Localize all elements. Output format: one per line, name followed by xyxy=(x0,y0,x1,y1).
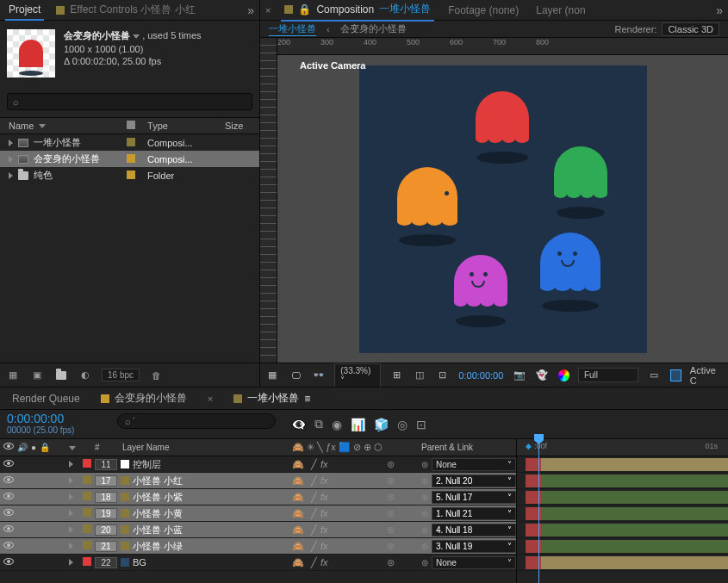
layer-track[interactable] xyxy=(517,522,728,538)
project-item[interactable]: 会变身的小怪兽 Composi... xyxy=(0,151,259,167)
pickwhip-icon[interactable]: ⊚ xyxy=(421,509,428,518)
layer-name[interactable]: 小怪兽 小黄 xyxy=(133,507,183,520)
ghost-orange[interactable] xyxy=(397,167,457,226)
resolution-select[interactable]: Full xyxy=(578,368,638,382)
layer-row[interactable]: 20 小怪兽 小蓝 🙈 ╱ fx ⊚ ⊚4. Null 18˅ xyxy=(0,522,516,538)
renderer-select[interactable]: Classic 3D xyxy=(662,22,719,36)
spiral-icon[interactable]: ⊚ xyxy=(387,475,395,486)
twirl-icon[interactable] xyxy=(69,526,73,533)
new-comp-icon[interactable]: ▣ xyxy=(29,368,45,383)
project-list[interactable]: 一堆小怪兽 Composi... 会变身的小怪兽 Composi... 纯色 F… xyxy=(0,134,259,363)
layer-row[interactable]: 11 控制层 🙈 ╱ fx ⊚ ⊚None˅ xyxy=(0,456,516,473)
parent-select[interactable]: 5. Null 17˅ xyxy=(432,491,516,504)
effect-controls-tab[interactable]: Effect Controls 小怪兽 小红 xyxy=(53,0,198,21)
composition-tab[interactable]: 🔒 Composition 一堆小怪兽 xyxy=(281,0,434,22)
always-preview-icon[interactable]: ▦ xyxy=(265,368,280,383)
layer-track[interactable] xyxy=(517,473,728,489)
project-item[interactable]: 一堆小怪兽 Composi... xyxy=(0,134,259,151)
mask-icon[interactable]: 👓 xyxy=(312,368,327,383)
roi-icon[interactable]: ◫ xyxy=(413,368,427,383)
fx-switch[interactable]: fx xyxy=(320,508,328,518)
spiral-icon[interactable]: ⊚ xyxy=(387,524,395,535)
project-tab[interactable]: Project xyxy=(5,0,44,21)
layer-track[interactable] xyxy=(517,489,728,505)
parent-select[interactable]: None˅ xyxy=(432,458,516,471)
parent-select[interactable]: 4. Null 18˅ xyxy=(432,524,516,536)
show-snapshot-icon[interactable]: 👻 xyxy=(535,368,550,383)
video-toggle[interactable] xyxy=(3,509,14,516)
spiral-icon[interactable]: ⊚ xyxy=(387,557,395,567)
layer-row[interactable]: 18 小怪兽 小紫 🙈 ╱ fx ⊚ ⊚5. Null 17˅ xyxy=(0,489,516,505)
timeline-tab-2[interactable]: 一堆小怪兽 ≡ xyxy=(233,391,310,406)
zoom-select[interactable]: (33.3%) ˅ xyxy=(334,363,381,388)
pickwhip-icon[interactable]: ⊚ xyxy=(421,542,428,551)
pickwhip-icon[interactable]: ⊚ xyxy=(421,493,428,502)
project-search[interactable]: ⌕ xyxy=(7,93,252,110)
draft3d-icon[interactable]: 🧊 xyxy=(374,418,389,431)
twirl-icon[interactable] xyxy=(69,510,73,517)
work-area-start-icon[interactable]: ◆ xyxy=(526,442,532,450)
ghost-green[interactable] xyxy=(554,146,607,198)
twirl-icon[interactable] xyxy=(9,156,13,163)
fx-switch[interactable]: fx xyxy=(320,492,328,502)
spiral-icon[interactable]: ⊚ xyxy=(387,508,395,518)
spiral-icon[interactable]: ⊚ xyxy=(387,541,395,551)
twirl-icon[interactable] xyxy=(69,493,73,500)
ao-icon[interactable]: ◎ xyxy=(397,418,408,431)
col-switches[interactable]: 🙈 ✳ ╲ ƒx 🟦 ⊘ ⊕ ⬡ xyxy=(292,442,387,453)
timeline-tab-1[interactable]: 会变身的小怪兽 xyxy=(101,391,187,406)
time-ruler[interactable]: ◆ :00f 01s xyxy=(517,439,728,456)
ruler-vertical[interactable] xyxy=(260,38,277,363)
lock-icon[interactable]: 🔒 xyxy=(298,3,311,16)
layer-tab[interactable]: Layer (non xyxy=(532,1,588,20)
playhead[interactable] xyxy=(538,439,539,583)
layer-name[interactable]: 小怪兽 小蓝 xyxy=(133,524,183,536)
layer-name[interactable]: 控制层 xyxy=(133,458,161,471)
av-columns[interactable]: 🔊 ● 🔒 xyxy=(0,443,69,452)
label-swatch[interactable] xyxy=(83,475,91,484)
shy-switch[interactable]: 🙈 xyxy=(292,492,304,503)
shy-switch[interactable]: 🙈 xyxy=(292,475,304,487)
layer-row[interactable]: 21 小怪兽 小绿 🙈 ╱ fx ⊚ ⊚3. Null 19˅ xyxy=(0,538,516,555)
twirl-icon[interactable] xyxy=(69,559,73,566)
view-select[interactable]: Active C xyxy=(690,365,723,386)
interpret-icon[interactable]: ▦ xyxy=(5,368,21,383)
label-swatch[interactable] xyxy=(83,459,91,468)
pickwhip-icon[interactable]: ⊚ xyxy=(421,558,428,567)
parent-select[interactable]: 1. Null 21˅ xyxy=(432,507,516,520)
resolution-icon[interactable]: ⊞ xyxy=(389,368,404,383)
panel-overflow-icon[interactable]: » xyxy=(716,3,723,17)
label-swatch[interactable] xyxy=(83,524,91,533)
layer-track[interactable] xyxy=(517,505,728,522)
label-col-icon[interactable] xyxy=(69,446,76,450)
footage-tab[interactable]: Footage (none) xyxy=(445,1,522,20)
twirl-icon[interactable] xyxy=(69,461,73,468)
label-swatch[interactable] xyxy=(83,541,91,549)
shy-switch[interactable]: 🙈 xyxy=(292,459,304,470)
graph-editor-icon[interactable]: 📊 xyxy=(351,418,365,431)
video-toggle[interactable] xyxy=(3,525,14,532)
layer-row[interactable]: 22 BG 🙈 ╱ fx ⊚ ⊚None˅ xyxy=(0,555,516,571)
video-toggle[interactable] xyxy=(3,476,14,483)
frame-blend-icon[interactable]: ⧉ xyxy=(314,417,323,431)
composition-canvas[interactable] xyxy=(359,65,647,353)
layer-row[interactable]: 17 小怪兽 小红 🙈 ╱ fx ⊚ ⊚2. Null 20˅ xyxy=(0,473,516,489)
trash-icon[interactable]: 🗑 xyxy=(148,368,164,383)
spiral-icon[interactable]: ⊚ xyxy=(387,492,395,502)
timeline-timecode[interactable]: 0:00:00:00 00000 (25.00 fps) xyxy=(0,410,110,438)
shy-switch[interactable]: 🙈 xyxy=(292,557,304,568)
pickwhip-icon[interactable]: ⊚ xyxy=(421,460,428,469)
shy-icon[interactable]: 👁‍🗨 xyxy=(291,418,306,431)
shy-switch[interactable]: 🙈 xyxy=(292,541,304,552)
layer-name[interactable]: 小怪兽 小绿 xyxy=(133,540,183,553)
ghost-red[interactable] xyxy=(476,91,529,143)
label-swatch[interactable] xyxy=(127,154,135,163)
expand-icon[interactable]: ⊡ xyxy=(416,418,426,431)
ghost-pink[interactable] xyxy=(454,255,507,307)
project-item[interactable]: 纯色 Folder xyxy=(0,167,259,183)
video-toggle[interactable] xyxy=(3,558,14,565)
layer-row[interactable]: 19 小怪兽 小黄 🙈 ╱ fx ⊚ ⊚1. Null 21˅ xyxy=(0,505,516,522)
close-icon[interactable]: × xyxy=(208,394,213,404)
fx-switch[interactable]: fx xyxy=(320,557,328,567)
col-parent[interactable]: Parent & Link xyxy=(421,443,516,452)
